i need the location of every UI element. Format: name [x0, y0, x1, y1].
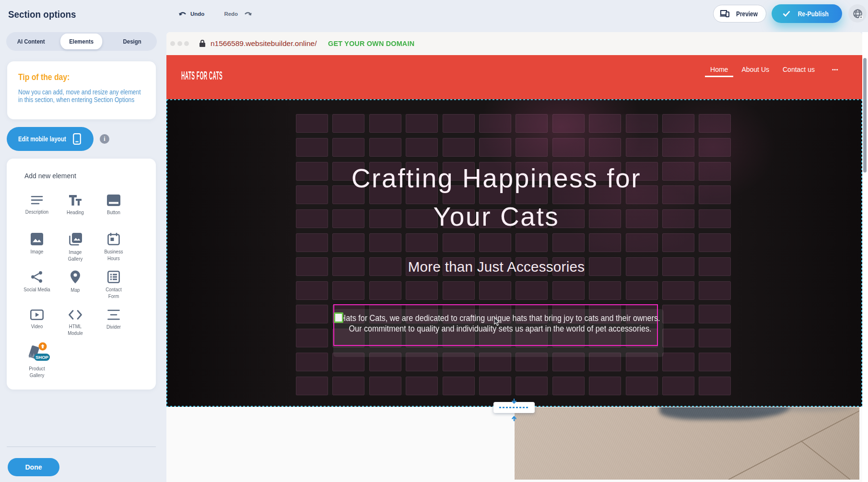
svg-text:SHOP: SHOP [35, 355, 49, 360]
